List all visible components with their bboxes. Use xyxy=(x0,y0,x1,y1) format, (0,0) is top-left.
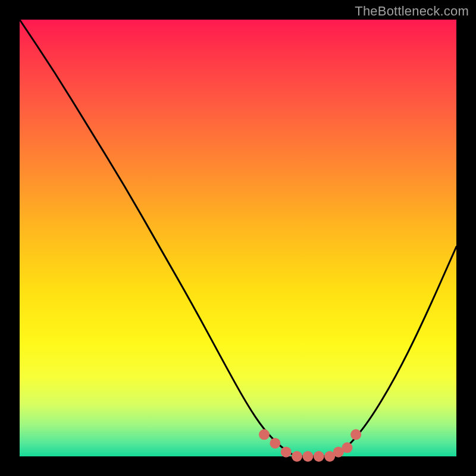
chart-svg xyxy=(20,20,456,456)
optimal-dot xyxy=(259,429,270,440)
optimal-dot xyxy=(314,451,324,462)
chart-frame: TheBottleneck.com xyxy=(0,0,476,476)
optimal-dot xyxy=(270,438,280,449)
optimal-dot xyxy=(302,451,313,462)
optimal-region-dots xyxy=(259,429,361,462)
watermark-text: TheBottleneck.com xyxy=(355,4,469,19)
bottleneck-curve xyxy=(20,20,456,456)
optimal-dot xyxy=(292,451,302,462)
optimal-dot xyxy=(281,447,292,458)
optimal-dot xyxy=(350,429,361,440)
optimal-dot xyxy=(342,442,353,453)
chart-plot-area xyxy=(20,20,456,456)
